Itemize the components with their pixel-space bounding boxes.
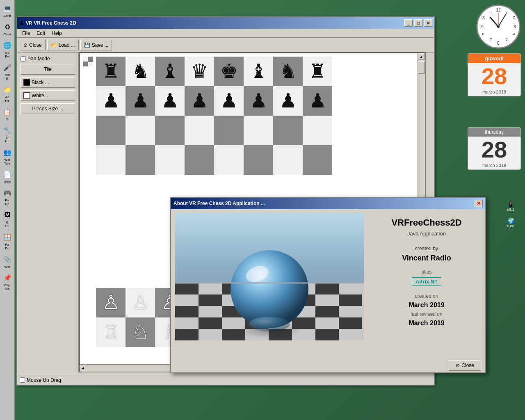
pa-icon: 📄 bbox=[2, 169, 13, 180]
chess-board-container[interactable]: ♜ ♞ ♝ ♛ ♚ ♝ ♞ ♜ ♟ ♟ ♟ ♟ ♟ ♟ ♟ ♟ bbox=[96, 57, 332, 175]
cell-1-1: ♜ bbox=[96, 57, 126, 86]
taskbar-item-g2[interactable]: 🖼 GUti bbox=[1, 208, 14, 229]
black-swatch bbox=[23, 79, 30, 86]
desktop-icon-eu[interactable]: 🌍 8.eu bbox=[500, 217, 521, 228]
about-dialog: About VR Free Chess 2D Application ... ✕ bbox=[170, 197, 486, 373]
cell-1-2: ♞ bbox=[126, 57, 155, 86]
cell-2-1: ♟ bbox=[96, 86, 126, 116]
cell-2-7: ♟ bbox=[273, 86, 303, 116]
cell-4-6 bbox=[244, 145, 273, 175]
main-toolbar: ⊘ Close 📂 Load ... 💾 Save ... bbox=[17, 38, 434, 52]
s-icon: 📋 bbox=[2, 106, 13, 117]
chess-window-icon: ♟ bbox=[19, 20, 24, 26]
pan-mode-checkbox[interactable] bbox=[21, 56, 26, 62]
cal-day-en: 28 bbox=[468, 137, 520, 163]
cell-4-5 bbox=[214, 145, 244, 175]
svg-text:10: 10 bbox=[481, 15, 485, 19]
taskbar-item-mic[interactable]: 🎤 MicE bbox=[1, 61, 14, 81]
svg-rect-43 bbox=[175, 282, 364, 284]
mic-icon: 🎤 bbox=[2, 62, 13, 73]
chess-titlebar[interactable]: ♟ VR VR Free Chess 2D _ □ ✕ bbox=[17, 17, 434, 29]
load-button[interactable]: 📂 Load ... bbox=[47, 40, 79, 50]
taskbar-item-br[interactable]: 🔧 BrUti bbox=[1, 123, 14, 144]
recy-icon: ♻ bbox=[2, 21, 13, 32]
scroll-thumb[interactable] bbox=[418, 62, 425, 74]
calendar-italian: giovedì 28 marzo 2019 bbox=[468, 53, 521, 96]
go-icon: 🌐 bbox=[2, 39, 13, 51]
svg-rect-22 bbox=[315, 283, 339, 294]
mouse-up-drag-checkbox[interactable] bbox=[20, 377, 25, 383]
win-icon: 🪟 bbox=[2, 231, 13, 243]
about-title: About VR Free Chess 2D Application ... bbox=[173, 201, 473, 206]
cell-3-4 bbox=[185, 116, 214, 145]
svg-text:11: 11 bbox=[489, 11, 493, 15]
about-titlebar[interactable]: About VR Free Chess 2D Application ... ✕ bbox=[171, 198, 485, 209]
menu-help[interactable]: Help bbox=[48, 30, 65, 37]
save-icon: 💾 bbox=[84, 42, 90, 48]
about-created-on-date: March 2019 bbox=[409, 301, 444, 309]
scroll-left-button[interactable]: ◄ bbox=[80, 365, 86, 371]
about-alias-value: Adrix.NT bbox=[412, 277, 441, 286]
ac-icon: 📁 bbox=[2, 84, 13, 95]
cell-3-1 bbox=[96, 116, 126, 145]
taskbar-item-pa[interactable]: 📄 Team bbox=[1, 168, 14, 185]
svg-point-42 bbox=[249, 317, 290, 331]
sanit-icon: 💻 bbox=[2, 2, 13, 14]
taskbar-item-s[interactable]: 📋 S bbox=[1, 105, 14, 122]
taskbar-item-win[interactable]: 🪟 PaDo bbox=[1, 231, 14, 251]
cell-3-8 bbox=[303, 116, 332, 145]
board-row-4 bbox=[96, 145, 332, 175]
svg-text:9: 9 bbox=[481, 25, 484, 29]
svg-text:7: 7 bbox=[490, 37, 492, 41]
cell-1-3: ♝ bbox=[155, 57, 185, 86]
taskbar-item-sanit[interactable]: 💻 Sanit bbox=[1, 2, 14, 18]
close-button[interactable]: ⊘ Close bbox=[20, 40, 46, 50]
taskbar-item-go[interactable]: 🌐 GoPe bbox=[1, 39, 14, 59]
about-close-x-button[interactable]: ✕ bbox=[475, 200, 483, 207]
taskbar-item-via[interactable]: 📌 ClipVia bbox=[1, 271, 14, 292]
svg-text:6: 6 bbox=[497, 41, 500, 46]
taskbar-item-team[interactable]: 👥 WinTwe bbox=[1, 146, 14, 166]
cal-day-it: 28 bbox=[468, 63, 520, 89]
taskbar-item-g[interactable]: 🎮 PaDo bbox=[1, 186, 14, 207]
white-color-button[interactable]: White ... bbox=[21, 90, 75, 101]
desktop-icon-n81[interactable]: 📱 n8.1 bbox=[500, 201, 521, 212]
about-info-panel: VRFreeChess2D Java Application created b… bbox=[368, 209, 485, 358]
cell-4-4 bbox=[185, 145, 214, 175]
scroll-up-button[interactable]: ▲ bbox=[418, 53, 425, 60]
g-icon: 🎮 bbox=[2, 187, 13, 199]
svg-text:4: 4 bbox=[513, 32, 515, 36]
cell-1-4: ♛ bbox=[185, 57, 214, 86]
close-window-button[interactable]: ✕ bbox=[424, 19, 432, 27]
save-button[interactable]: 💾 Save ... bbox=[80, 40, 112, 50]
menu-file[interactable]: File bbox=[19, 30, 33, 37]
svg-rect-31 bbox=[199, 317, 222, 329]
taskbar-item-recy[interactable]: ♻ Recy bbox=[1, 20, 14, 37]
black-color-button[interactable]: Black ... bbox=[21, 77, 75, 88]
taskbar-item-ac[interactable]: 📁 AcRe bbox=[1, 83, 14, 103]
about-close-footer-button[interactable]: ⊘ Close bbox=[449, 360, 481, 371]
pieces-size-button[interactable]: Pieces Size ... bbox=[21, 103, 75, 114]
svg-text:12: 12 bbox=[496, 8, 501, 12]
g2-icon: 🖼 bbox=[2, 209, 13, 221]
team-icon: 👥 bbox=[2, 146, 13, 158]
clip-icon: 📎 bbox=[2, 253, 13, 265]
tile-button[interactable]: Tile bbox=[21, 64, 75, 75]
svg-rect-27 bbox=[175, 306, 199, 317]
board-row-2: ♟ ♟ ♟ ♟ ♟ ♟ ♟ ♟ bbox=[96, 86, 332, 116]
wp-1: ♙ bbox=[96, 288, 126, 317]
cell-2-8: ♟ bbox=[303, 86, 332, 116]
vr-label: VR bbox=[26, 21, 32, 25]
about-author: Vincent Radio bbox=[402, 254, 451, 262]
menubar: File Edit Help bbox=[17, 29, 434, 38]
white-swatch bbox=[23, 92, 30, 99]
menu-edit[interactable]: Edit bbox=[33, 30, 48, 37]
maximize-button[interactable]: □ bbox=[414, 19, 422, 27]
svg-point-40 bbox=[231, 250, 308, 328]
cell-4-7 bbox=[273, 145, 303, 175]
analog-clock: 12 3 6 9 1 2 4 5 7 8 10 11 bbox=[476, 4, 521, 49]
about-close-icon: ⊘ bbox=[456, 363, 460, 368]
about-created-by: created by bbox=[415, 246, 438, 251]
minimize-button[interactable]: _ bbox=[404, 19, 413, 27]
taskbar-item-clip[interactable]: 📎 Win bbox=[1, 253, 14, 269]
